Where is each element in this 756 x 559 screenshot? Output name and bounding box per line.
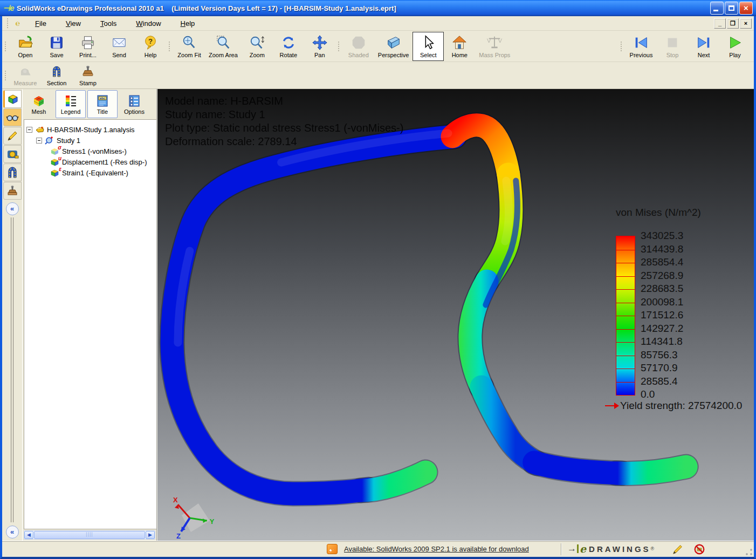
tree-displacement-row[interactable]: u Displacement1 (-Res disp-) xyxy=(26,156,154,167)
rss-feed-icon[interactable] xyxy=(327,544,338,554)
status-bar: Available: SolidWorks 2009 SP2.1 is avai… xyxy=(2,541,754,557)
zoom-icon xyxy=(249,35,265,51)
title-icon: abc xyxy=(95,94,109,108)
scroll-left-arrow[interactable]: ◀ xyxy=(24,531,33,539)
collapse-expander-icon[interactable] xyxy=(36,138,42,144)
tree-strain-row[interactable]: ε Strain1 (-Equivalent-) xyxy=(26,167,154,178)
plot-info-block: Model name: H-BARSIM Study name: Study 1… xyxy=(165,94,403,148)
model-tab[interactable] xyxy=(3,90,22,108)
print-button[interactable]: Print... xyxy=(72,32,104,61)
maximize-button[interactable] xyxy=(725,2,738,15)
menubar-grip[interactable] xyxy=(7,18,9,28)
update-available-link[interactable]: Available: SolidWorks 2009 SP2.1 is avai… xyxy=(344,545,529,553)
minimize-button[interactable] xyxy=(710,2,724,15)
next-button[interactable]: Next xyxy=(688,32,719,61)
options-button[interactable]: Options xyxy=(119,90,149,118)
save-button[interactable]: Save xyxy=(41,32,72,61)
measure-button: Measure xyxy=(10,63,41,88)
previous-button[interactable]: Previous xyxy=(626,32,657,61)
menu-tools[interactable]: Tools xyxy=(93,18,123,29)
scroll-thumb[interactable] xyxy=(34,531,145,539)
scroll-right-arrow[interactable]: ▶ xyxy=(146,531,155,539)
edrawings-logo: → e DRAWINGS ® xyxy=(567,543,654,555)
window-title: SolidWorks eDrawings Professional 2010 a… xyxy=(17,4,710,12)
title-button[interactable]: abc Title xyxy=(87,90,118,118)
legend-title: von Mises (N/m^2) xyxy=(616,207,750,219)
rotate-button[interactable]: Rotate xyxy=(273,32,304,61)
menu-window[interactable]: Window xyxy=(129,18,168,29)
feature-panel: Mesh Legend abc Title Options xyxy=(23,89,157,541)
pan-icon xyxy=(312,35,328,51)
model-viewport[interactable]: X Y Z Model name: H-BARSIM Study name: S… xyxy=(157,89,754,541)
tree-root-row[interactable]: H-BARSIM-Study 1.analysis xyxy=(26,124,154,135)
perspective-button[interactable]: Perspective xyxy=(374,32,413,61)
collapse-toolbar-button[interactable]: « xyxy=(6,202,19,215)
toolbar-grip-5[interactable] xyxy=(5,71,7,80)
tree-root-label: H-BARSIM-Study 1.analysis xyxy=(47,126,135,134)
panel-horizontal-scrollbar[interactable]: ◀ ▶ xyxy=(24,530,155,540)
toolbar-grip-1[interactable] xyxy=(5,42,7,51)
markup-view-tab[interactable] xyxy=(3,108,22,126)
zoom-area-button[interactable]: Zoom Area xyxy=(205,32,242,61)
home-button[interactable]: Home xyxy=(444,32,475,61)
feature-tree: H-BARSIM-Study 1.analysis Study 1 σ Stre… xyxy=(24,119,156,529)
section-button[interactable]: Section xyxy=(41,63,72,88)
collapse-expander-icon[interactable] xyxy=(26,127,32,133)
legend-color-bar xyxy=(616,236,635,396)
child-restore-button[interactable]: ❐ xyxy=(727,18,739,29)
tree-study-row[interactable]: Study 1 xyxy=(26,135,154,146)
stop-button: Stop xyxy=(657,32,688,61)
toolbar-grip-4[interactable] xyxy=(621,42,623,51)
panel-button-row: Mesh Legend abc Title Options xyxy=(23,89,156,119)
legend-value: 57170.9 xyxy=(641,363,678,373)
legend-value: 200098.1 xyxy=(641,297,683,308)
resize-grip[interactable] xyxy=(745,548,753,556)
zoom-fit-button[interactable]: Zoom Fit xyxy=(174,32,205,61)
legend-labels: 343025.3 314439.8 285854.4 257268.9 2286… xyxy=(641,236,748,396)
status-separator xyxy=(561,543,562,555)
mesh-button[interactable]: Mesh xyxy=(24,90,54,118)
logo-arrow-icon: → xyxy=(567,543,576,554)
menu-file[interactable]: File xyxy=(28,18,53,29)
strain-result-icon: ε xyxy=(50,168,60,177)
open-button[interactable]: Open xyxy=(10,32,41,61)
legend-button[interactable]: Legend xyxy=(56,90,86,118)
menu-view[interactable]: View xyxy=(59,18,88,29)
right-bar-tip-segment xyxy=(616,467,686,473)
open-folder-icon xyxy=(17,35,33,51)
measure-tab[interactable] xyxy=(3,145,22,163)
zoom-button[interactable]: Zoom xyxy=(242,32,273,61)
markup-pencil-tab[interactable] xyxy=(3,127,22,145)
shaded-button: Shaded xyxy=(343,32,374,61)
child-minimize-button[interactable]: _ xyxy=(714,18,726,29)
play-button[interactable]: Play xyxy=(719,32,751,61)
stamp-tab[interactable] xyxy=(3,182,22,200)
select-button[interactable]: Select xyxy=(413,32,444,61)
markup-pencil-icon[interactable] xyxy=(672,543,684,555)
help-button[interactable]: ? Help xyxy=(135,32,166,61)
zoom-area-icon xyxy=(215,35,231,51)
legend-value: 257268.9 xyxy=(641,270,683,281)
view-group: Shaded Perspective Select Home Mass Prop… xyxy=(343,31,514,62)
section-tab[interactable] xyxy=(3,163,22,181)
close-button[interactable]: × xyxy=(739,2,753,15)
child-close-button[interactable]: × xyxy=(740,18,752,29)
toolbar-grip-2[interactable] xyxy=(169,42,171,51)
options-icon xyxy=(127,94,141,108)
printer-icon xyxy=(80,35,96,51)
legend-value: 285854.4 xyxy=(641,257,683,268)
toolbar-grip-3[interactable] xyxy=(338,42,340,51)
study-icon xyxy=(45,136,54,145)
yield-strength-row: Yield strength: 27574200.0 xyxy=(605,400,750,412)
send-button[interactable]: Send xyxy=(104,32,135,61)
animation-group: Previous Stop Next Play xyxy=(626,31,751,62)
logo-text: DRAWINGS xyxy=(589,544,651,554)
tree-stress-row[interactable]: σ Stress1 (-vonMises-) xyxy=(26,146,154,156)
triad-y-label: Y xyxy=(210,517,215,526)
legend-value: 171512.6 xyxy=(641,310,683,321)
collapse-panel-button[interactable]: « xyxy=(6,526,19,538)
pan-button[interactable]: Pan xyxy=(304,32,335,61)
stamp-button[interactable]: Stamp xyxy=(72,63,104,88)
legend-value: 343025.3 xyxy=(641,230,683,241)
menu-help[interactable]: Help xyxy=(174,18,202,29)
